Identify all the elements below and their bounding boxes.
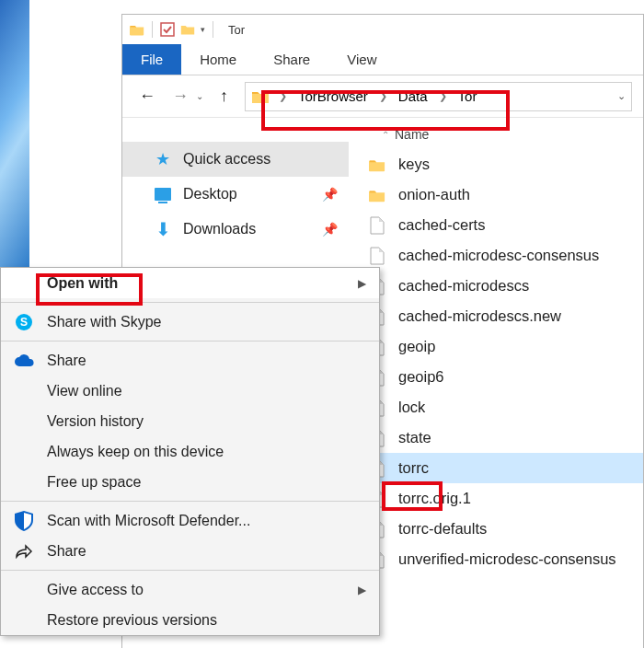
file-row[interactable]: keys bbox=[367, 149, 643, 179]
shield-icon bbox=[14, 511, 34, 531]
chevron-right-icon: ▶ bbox=[358, 277, 366, 290]
file-name: geoip6 bbox=[398, 368, 444, 386]
sidebar-item-label: Quick access bbox=[183, 151, 270, 168]
file-row[interactable]: geoip bbox=[367, 331, 643, 362]
context-menu: Open with ▶ S Share with Skype Share Vie… bbox=[0, 267, 380, 636]
svg-text:S: S bbox=[20, 316, 28, 329]
file-row[interactable]: torrc.orig.1 bbox=[367, 483, 643, 514]
file-row[interactable]: torrc bbox=[367, 453, 643, 483]
file-row[interactable]: onion-auth bbox=[367, 179, 643, 210]
context-view-online[interactable]: View online bbox=[1, 376, 379, 406]
file-row[interactable]: geoip6 bbox=[367, 362, 643, 392]
pin-icon: 📌 bbox=[322, 187, 338, 202]
file-list: keysonion-authcached-certscached-microde… bbox=[367, 149, 643, 574]
back-icon[interactable]: ← bbox=[139, 87, 155, 106]
forward-icon[interactable]: → bbox=[172, 87, 189, 106]
context-onedrive-share[interactable]: Share bbox=[1, 345, 379, 376]
file-icon bbox=[369, 215, 385, 236]
navbar: ← → ⌄ ↑ ❯ TorBrowser ❯ Data ❯ Tor ⌄ bbox=[122, 75, 643, 118]
context-defender[interactable]: Scan with Microsoft Defender... bbox=[1, 505, 379, 536]
skype-icon: S bbox=[14, 312, 34, 332]
file-name: state bbox=[398, 429, 431, 446]
folder-small-icon[interactable] bbox=[180, 22, 195, 37]
history-dropdown-icon[interactable]: ⌄ bbox=[196, 91, 203, 101]
address-bar[interactable]: ❯ TorBrowser ❯ Data ❯ Tor ⌄ bbox=[245, 82, 632, 111]
sidebar-item-desktop[interactable]: Desktop 📌 bbox=[122, 177, 349, 212]
file-name: lock bbox=[398, 399, 425, 416]
menu-separator bbox=[1, 341, 379, 341]
context-give-access[interactable]: Give access to ▶ bbox=[1, 574, 379, 605]
file-icon bbox=[369, 246, 385, 266]
address-expand-icon[interactable]: ⌄ bbox=[617, 90, 626, 102]
chevron-right-icon: ▶ bbox=[358, 584, 366, 596]
properties-check-icon[interactable] bbox=[160, 22, 175, 37]
file-name: torrc bbox=[398, 459, 429, 477]
window-title: Tor bbox=[228, 23, 245, 37]
tab-share[interactable]: Share bbox=[255, 44, 328, 75]
breadcrumb-torbrowser[interactable]: TorBrowser bbox=[296, 87, 370, 106]
cloud-icon bbox=[14, 351, 34, 371]
menu-separator bbox=[1, 302, 379, 303]
file-name: torrc.orig.1 bbox=[398, 490, 471, 507]
sidebar-item-quick-access[interactable]: ★ Quick access bbox=[122, 142, 349, 177]
tab-file[interactable]: File bbox=[122, 44, 181, 75]
tab-home[interactable]: Home bbox=[181, 44, 255, 75]
ribbon: File Home Share View bbox=[122, 44, 643, 75]
share-icon bbox=[14, 541, 34, 561]
file-name: onion-auth bbox=[398, 186, 470, 203]
breadcrumb-tor[interactable]: Tor bbox=[456, 87, 479, 106]
context-version-history[interactable]: Version history bbox=[1, 406, 379, 436]
context-skype[interactable]: S Share with Skype bbox=[1, 307, 379, 337]
file-name: geoip bbox=[398, 338, 435, 355]
address-folder-icon bbox=[251, 87, 270, 106]
qat-separator bbox=[152, 21, 153, 38]
column-header-name[interactable]: ⌃ Name bbox=[367, 120, 643, 149]
pin-icon: 📌 bbox=[322, 222, 338, 237]
breadcrumb-data[interactable]: Data bbox=[397, 87, 430, 106]
file-name: cached-microdescs.new bbox=[398, 307, 561, 325]
qat-separator-2 bbox=[213, 21, 213, 38]
monitor-icon bbox=[154, 185, 172, 203]
context-open-with[interactable]: Open with ▶ bbox=[1, 268, 379, 298]
menu-separator bbox=[1, 570, 379, 571]
file-row[interactable]: cached-microdescs bbox=[367, 271, 643, 301]
file-row[interactable]: cached-microdesc-consensus bbox=[367, 240, 643, 271]
file-name: cached-certs bbox=[398, 216, 485, 234]
file-row[interactable]: cached-certs bbox=[367, 210, 643, 240]
file-row[interactable]: lock bbox=[367, 392, 643, 422]
context-always-keep[interactable]: Always keep on this device bbox=[1, 436, 379, 467]
download-icon: ⬇ bbox=[154, 220, 172, 238]
titlebar: ▾ Tor bbox=[122, 15, 643, 44]
file-row[interactable]: cached-microdescs.new bbox=[367, 301, 643, 331]
context-share[interactable]: Share bbox=[1, 536, 379, 566]
file-row[interactable]: torrc-defaults bbox=[367, 514, 643, 544]
star-icon: ★ bbox=[154, 150, 172, 168]
sidebar-item-label: Downloads bbox=[183, 221, 256, 237]
file-name: cached-microdescs bbox=[398, 277, 529, 295]
file-list-pane: ⌃ Name keysonion-authcached-certscached-… bbox=[349, 120, 643, 648]
folder-icon bbox=[130, 22, 144, 37]
file-name: unverified-microdesc-consensus bbox=[398, 550, 616, 568]
folder-icon bbox=[369, 185, 385, 205]
sort-indicator-icon: ⌃ bbox=[382, 130, 389, 140]
chevron-right-icon[interactable]: ❯ bbox=[374, 90, 393, 102]
context-free-up[interactable]: Free up space bbox=[1, 467, 379, 497]
svg-rect-0 bbox=[161, 23, 174, 36]
file-name: keys bbox=[398, 156, 430, 173]
file-row[interactable]: unverified-microdesc-consensus bbox=[367, 544, 643, 574]
sidebar-item-label: Desktop bbox=[183, 186, 237, 202]
file-name: torrc-defaults bbox=[398, 520, 487, 538]
chevron-right-icon[interactable]: ❯ bbox=[433, 90, 453, 102]
context-restore[interactable]: Restore previous versions bbox=[1, 605, 379, 635]
folder-icon bbox=[369, 155, 385, 175]
qat-dropdown-icon[interactable]: ▾ bbox=[201, 25, 205, 34]
file-name: cached-microdesc-consensus bbox=[398, 247, 599, 264]
tab-view[interactable]: View bbox=[328, 44, 395, 75]
sidebar-item-downloads[interactable]: ⬇ Downloads 📌 bbox=[122, 212, 349, 247]
menu-separator bbox=[1, 501, 379, 502]
desktop-background bbox=[0, 0, 29, 267]
chevron-right-icon[interactable]: ❯ bbox=[273, 90, 293, 102]
file-row[interactable]: state bbox=[367, 422, 643, 453]
up-icon[interactable]: ↑ bbox=[220, 87, 228, 106]
